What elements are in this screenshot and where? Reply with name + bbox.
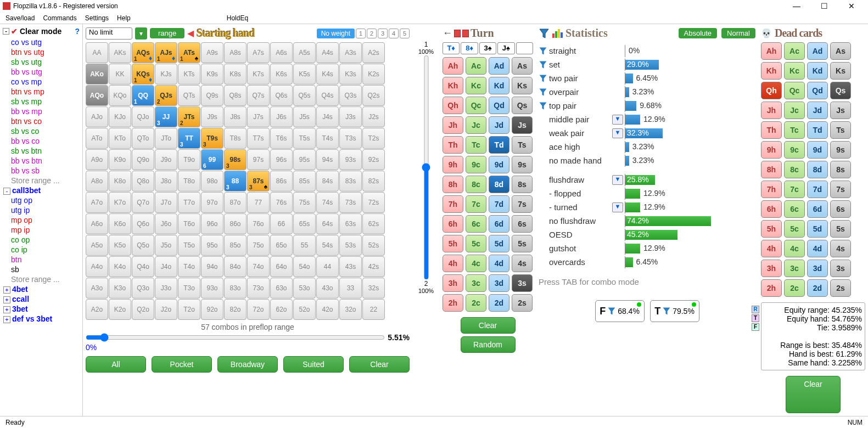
hand-J8s[interactable]: J8s — [224, 106, 247, 127]
card-2c[interactable]: 2c — [466, 294, 486, 312]
tree-item[interactable]: btn vs mp — [1, 87, 81, 97]
tree-item[interactable]: btn — [1, 255, 81, 264]
card-4c[interactable]: 4c — [784, 240, 805, 257]
clear-button[interactable]: Clear — [349, 356, 410, 373]
card-Ks[interactable]: Ks — [830, 62, 851, 80]
hand-65o[interactable]: 65o — [270, 235, 293, 256]
hand-74o[interactable]: 74o — [247, 256, 270, 277]
card-8d[interactable]: 8d — [489, 176, 509, 193]
card-8c[interactable]: 8c — [784, 161, 805, 178]
hand-64o[interactable]: 64o — [270, 256, 293, 277]
hand-75o[interactable]: 75o — [247, 235, 270, 256]
hand-92s[interactable]: 92s — [362, 149, 385, 170]
stat-row[interactable]: gutshot▼12.9% — [539, 241, 755, 255]
card-Ac[interactable]: Ac — [784, 42, 805, 60]
hand-74s[interactable]: 74s — [316, 192, 339, 213]
card-Kh[interactable]: Kh — [443, 77, 463, 94]
weight-2[interactable]: 2 — [367, 29, 377, 38]
hand-J5s[interactable]: J5s — [293, 106, 316, 127]
hand-72s[interactable]: 72s — [362, 192, 385, 213]
card-Jh[interactable]: Jh — [443, 116, 463, 134]
card-5s[interactable]: 5s — [512, 235, 533, 252]
card-Ts[interactable]: Ts — [512, 136, 533, 154]
tree-item[interactable]: bb vs sb — [1, 166, 81, 176]
funnel-icon[interactable] — [539, 28, 550, 39]
hand-T3s[interactable]: T3s — [339, 128, 362, 149]
hand-J8o[interactable]: J8o — [155, 171, 177, 192]
hand-K3s[interactable]: K3s — [339, 64, 362, 85]
hand-K7o[interactable]: K7o — [109, 192, 131, 213]
hand-KTs[interactable]: KTs — [178, 64, 200, 85]
card-2d[interactable]: 2d — [807, 279, 828, 297]
hand-54s[interactable]: 54s — [316, 235, 339, 256]
stat-row[interactable]: top pair▼9.68% — [539, 99, 755, 112]
card-Qd[interactable]: Qd — [489, 97, 509, 114]
tree-header[interactable]: +def vs 3bet — [1, 314, 81, 324]
hand-T9s[interactable]: T9s3 — [201, 128, 223, 149]
card-3d[interactable]: 3d — [489, 274, 509, 292]
card-5h[interactable]: 5h — [443, 235, 463, 252]
hand-A6s[interactable]: A6s — [270, 42, 293, 63]
card-9d[interactable]: 9d — [807, 141, 828, 159]
card-8s[interactable]: 8s — [830, 161, 851, 178]
hand-K8s[interactable]: K8s — [224, 64, 247, 85]
card-5d[interactable]: 5d — [807, 220, 828, 238]
hand-99[interactable]: 996 — [201, 149, 223, 170]
hand-Q3s[interactable]: Q3s — [339, 85, 362, 106]
hand-98s[interactable]: 98s3 — [224, 149, 247, 170]
card-9c[interactable]: 9c — [466, 156, 486, 173]
card-4c[interactable]: 4c — [466, 255, 486, 272]
hand-KTo[interactable]: KTo — [109, 128, 131, 149]
hand-A2s[interactable]: A2s — [362, 42, 385, 63]
stat-row[interactable]: no flushdraw▼74.2% — [539, 214, 755, 228]
hand-J4o[interactable]: J4o — [155, 256, 177, 277]
hand-J3s[interactable]: J3s — [339, 106, 362, 127]
stat-row[interactable]: overpair▼3.23% — [539, 85, 755, 99]
card-4s[interactable]: 4s — [512, 255, 533, 272]
hand-J5o[interactable]: J5o — [155, 235, 177, 256]
card-6h[interactable]: 6h — [443, 215, 463, 233]
stat-row[interactable]: two pair▼6.45% — [539, 71, 755, 85]
hand-82o[interactable]: 82o — [224, 299, 247, 320]
stat-row[interactable]: - flopped▼12.9% — [539, 187, 755, 200]
hand-76s[interactable]: 76s — [270, 192, 293, 213]
hand-K6o[interactable]: K6o — [109, 213, 131, 234]
minimize-button[interactable]: — — [788, 2, 805, 10]
card-Js[interactable]: Js — [512, 116, 533, 134]
tree-item[interactable]: sb vs co — [1, 126, 81, 136]
hand-KJs[interactable]: KJs — [155, 64, 177, 85]
hand-JJ[interactable]: JJ3 — [155, 106, 177, 127]
prev-arrow-icon[interactable]: ◀ — [187, 28, 194, 38]
hand-J6o[interactable]: J6o — [155, 213, 177, 234]
card-5d[interactable]: 5d — [489, 235, 509, 252]
hand-95s[interactable]: 95s — [293, 149, 316, 170]
hand-A4s[interactable]: A4s — [316, 42, 339, 63]
tree-item[interactable]: Store range ... — [1, 176, 81, 185]
hand-AA[interactable]: AA — [86, 42, 108, 63]
hand-A9o[interactable]: A9o — [86, 149, 108, 170]
hand-T7s[interactable]: T7s — [247, 128, 270, 149]
card-Td[interactable]: Td — [807, 121, 828, 139]
hand-33[interactable]: 33 — [339, 278, 362, 299]
broadway-button[interactable]: Broadway — [217, 356, 278, 373]
close-button[interactable]: ✕ — [843, 2, 860, 10]
tree-item[interactable]: btn vs co — [1, 116, 81, 126]
hand-77[interactable]: 77 — [247, 192, 270, 213]
hand-K6s[interactable]: K6s — [270, 64, 293, 85]
hand-84s[interactable]: 84s — [316, 171, 339, 192]
hand-A2o[interactable]: A2o — [86, 299, 108, 320]
hand-A4o[interactable]: A4o — [86, 256, 108, 277]
tree-item[interactable]: co op — [1, 235, 81, 245]
hand-A6o[interactable]: A6o — [86, 213, 108, 234]
hand-K2s[interactable]: K2s — [362, 64, 385, 85]
suited-button[interactable]: Suited — [283, 356, 344, 373]
hand-K5o[interactable]: K5o — [109, 235, 131, 256]
hand-Q8s[interactable]: Q8s — [224, 85, 247, 106]
hand-42o[interactable]: 42o — [316, 299, 339, 320]
hand-62s[interactable]: 62s — [362, 213, 385, 234]
card-7h[interactable]: 7h — [761, 181, 782, 198]
card-8c[interactable]: 8c — [466, 176, 486, 193]
stat-row[interactable]: ace high▼3.23% — [539, 140, 755, 154]
card-6c[interactable]: 6c — [784, 200, 805, 218]
hand-44[interactable]: 44 — [316, 256, 339, 277]
